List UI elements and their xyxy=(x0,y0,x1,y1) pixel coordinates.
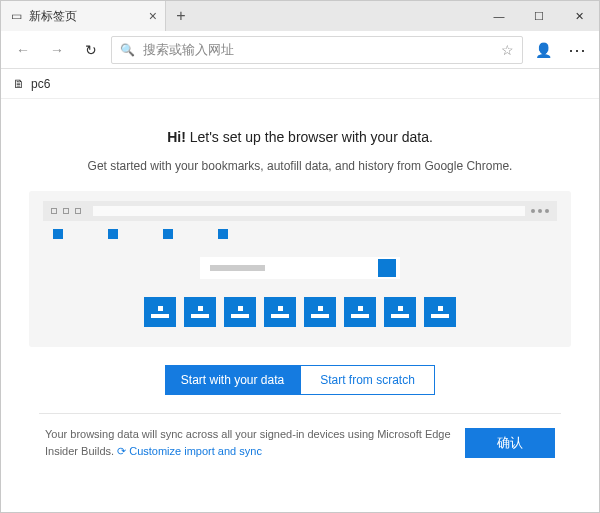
browser-illustration xyxy=(29,191,571,347)
new-tab-button[interactable]: + xyxy=(166,1,196,31)
confirm-button[interactable]: 确认 xyxy=(465,428,555,458)
address-bar[interactable]: 🔍 搜索或输入网址 ☆ xyxy=(111,36,523,64)
nav-toolbar: ← → ↻ 🔍 搜索或输入网址 ☆ 👤 ⋯ xyxy=(1,31,599,69)
illus-menu-icon xyxy=(531,209,549,213)
illus-address-bar xyxy=(93,206,525,216)
illus-nav-icon xyxy=(63,208,69,214)
forward-button[interactable]: → xyxy=(43,36,71,64)
illus-search xyxy=(200,257,400,279)
setup-footer: Your browsing data will sync across all … xyxy=(39,413,561,459)
browser-tab[interactable]: ▭ 新标签页 × xyxy=(1,1,166,31)
favorite-icon[interactable]: ☆ xyxy=(501,42,514,58)
customize-sync-link[interactable]: Customize import and sync xyxy=(129,445,262,457)
maximize-button[interactable]: ☐ xyxy=(519,1,559,31)
sync-icon: ⟳ xyxy=(117,445,126,457)
illus-tiles xyxy=(43,297,557,327)
tab-page-icon: ▭ xyxy=(9,9,23,23)
setup-headline-rest: Let's set up the browser with your data. xyxy=(186,129,433,145)
title-bar: ▭ 新标签页 × + — ☐ ✕ xyxy=(1,1,599,31)
more-menu-button[interactable]: ⋯ xyxy=(563,36,591,64)
address-placeholder: 搜索或输入网址 xyxy=(143,41,493,59)
profile-button[interactable]: 👤 xyxy=(529,36,557,64)
close-tab-icon[interactable]: × xyxy=(149,8,157,24)
minimize-button[interactable]: — xyxy=(479,1,519,31)
tab-title: 新标签页 xyxy=(29,8,143,25)
setup-choices: Start with your data Start from scratch xyxy=(29,365,571,395)
back-button[interactable]: ← xyxy=(9,36,37,64)
reload-button[interactable]: ↻ xyxy=(77,36,105,64)
setup-subtext: Get started with your bookmarks, autofil… xyxy=(29,159,571,173)
bookmarks-bar: 🗎 pc6 xyxy=(1,69,599,99)
close-window-button[interactable]: ✕ xyxy=(559,1,599,31)
illus-nav-icon xyxy=(75,208,81,214)
illus-nav-icon xyxy=(51,208,57,214)
setup-hi: Hi! xyxy=(167,129,186,145)
file-icon: 🗎 xyxy=(13,77,25,91)
setup-headline: Hi! Let's set up the browser with your d… xyxy=(29,129,571,145)
start-with-data-button[interactable]: Start with your data xyxy=(165,365,300,395)
setup-page: Hi! Let's set up the browser with your d… xyxy=(1,99,599,459)
footer-text: Your browsing data will sync across all … xyxy=(45,426,451,459)
illus-toolbar xyxy=(43,201,557,221)
start-from-scratch-button[interactable]: Start from scratch xyxy=(300,365,435,395)
illus-bookmarks xyxy=(43,221,557,253)
bookmark-item[interactable]: pc6 xyxy=(31,77,50,91)
search-icon: 🔍 xyxy=(120,43,135,57)
